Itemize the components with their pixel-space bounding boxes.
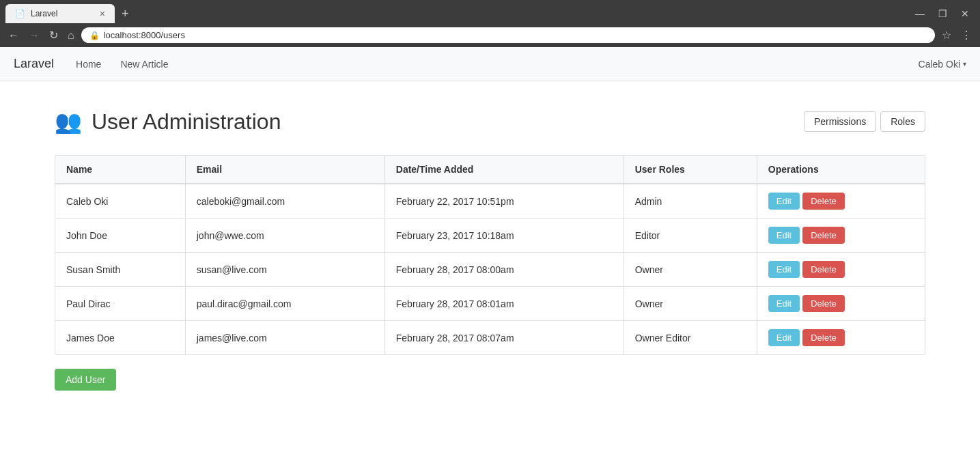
navbar-nav: Home New Article (68, 55, 176, 74)
star-button[interactable]: ☆ (939, 27, 954, 43)
tab-file-icon: 📄 (15, 9, 25, 18)
delete-button[interactable]: Delete (802, 193, 845, 210)
roles-button[interactable]: Roles (880, 111, 925, 132)
username: Caleb Oki (919, 59, 960, 70)
cell-email: susan@live.com (185, 253, 384, 287)
cell-datetime: February 28, 2017 08:01am (384, 287, 624, 321)
cell-email: james@live.com (185, 321, 384, 355)
delete-button[interactable]: Delete (802, 329, 845, 346)
back-button[interactable]: ← (5, 28, 22, 43)
edit-button[interactable]: Edit (768, 193, 800, 210)
cell-operations: EditDelete (757, 287, 925, 321)
col-name: Name (55, 156, 185, 184)
home-button[interactable]: ⌂ (65, 28, 77, 43)
page-header: 👥 User Administration Permissions Roles (55, 109, 925, 135)
cell-operations: EditDelete (757, 253, 925, 287)
new-tab-button[interactable]: + (117, 7, 133, 21)
cell-datetime: February 28, 2017 08:07am (384, 321, 624, 355)
tab-bar: 📄 Laravel × + — ❐ ✕ (0, 0, 980, 23)
cell-name: John Doe (55, 219, 185, 253)
cell-role: Owner (624, 287, 757, 321)
edit-button[interactable]: Edit (768, 329, 800, 346)
forward-button[interactable]: → (26, 28, 42, 43)
cell-operations: EditDelete (757, 184, 925, 219)
browser-chrome: 📄 Laravel × + — ❐ ✕ ← → ↻ ⌂ 🔒 localhost:… (0, 0, 980, 47)
page-title-container: 👥 User Administration (55, 109, 281, 135)
close-button[interactable]: ✕ (955, 7, 975, 20)
browser-controls: ← → ↻ ⌂ 🔒 localhost:8000/users ☆ ⋮ (0, 23, 980, 47)
cell-role: Owner (624, 253, 757, 287)
chevron-down-icon: ▾ (963, 60, 966, 68)
table-row: Caleb Okicaleboki@gmail.comFebruary 22, … (55, 184, 925, 219)
user-menu[interactable]: Caleb Oki ▾ (919, 59, 966, 70)
cell-role: Editor (624, 219, 757, 253)
col-datetime: Date/Time Added (384, 156, 624, 184)
cell-operations: EditDelete (757, 321, 925, 355)
tab-title: Laravel (31, 9, 57, 18)
navbar-brand[interactable]: Laravel (14, 57, 54, 71)
nav-link-new-article[interactable]: New Article (112, 55, 176, 74)
edit-button[interactable]: Edit (768, 295, 800, 312)
address-bar[interactable]: 🔒 localhost:8000/users (81, 27, 935, 43)
maximize-button[interactable]: ❐ (933, 7, 953, 20)
users-icon: 👥 (55, 109, 82, 135)
minimize-button[interactable]: — (910, 7, 930, 20)
cell-email: caleboki@gmail.com (185, 184, 384, 219)
nav-link-home[interactable]: Home (68, 55, 109, 74)
cell-datetime: February 23, 2017 10:18am (384, 219, 624, 253)
edit-button[interactable]: Edit (768, 227, 800, 244)
delete-button[interactable]: Delete (802, 227, 845, 244)
delete-button[interactable]: Delete (802, 295, 845, 312)
main-content: 👥 User Administration Permissions Roles … (0, 81, 980, 418)
edit-button[interactable]: Edit (768, 261, 800, 278)
table-row: James Doejames@live.comFebruary 28, 2017… (55, 321, 925, 355)
cell-role: Admin (624, 184, 757, 219)
permissions-button[interactable]: Permissions (804, 111, 876, 132)
cell-name: James Doe (55, 321, 185, 355)
cell-datetime: February 22, 2017 10:51pm (384, 184, 624, 219)
cell-name: Paul Dirac (55, 287, 185, 321)
cell-email: john@wwe.com (185, 219, 384, 253)
table-row: Susan Smithsusan@live.comFebruary 28, 20… (55, 253, 925, 287)
cell-datetime: February 28, 2017 08:00am (384, 253, 624, 287)
table-row: John Doejohn@wwe.comFebruary 23, 2017 10… (55, 219, 925, 253)
cell-email: paul.dirac@gmail.com (185, 287, 384, 321)
cell-name: Caleb Oki (55, 184, 185, 219)
cell-operations: EditDelete (757, 219, 925, 253)
table-body: Caleb Okicaleboki@gmail.comFebruary 22, … (55, 184, 925, 354)
menu-button[interactable]: ⋮ (958, 27, 975, 43)
header-buttons: Permissions Roles (804, 111, 925, 132)
lock-icon: 🔒 (89, 31, 100, 40)
active-tab[interactable]: 📄 Laravel × (5, 4, 115, 23)
navbar: Laravel Home New Article Caleb Oki ▾ (0, 47, 980, 81)
add-user-button[interactable]: Add User (55, 369, 116, 391)
tab-close-button[interactable]: × (100, 8, 105, 19)
table-header-row: Name Email Date/Time Added User Roles Op… (55, 156, 925, 184)
url-text: localhost:8000/users (104, 30, 927, 40)
delete-button[interactable]: Delete (802, 261, 845, 278)
refresh-button[interactable]: ↻ (46, 27, 61, 43)
table-row: Paul Diracpaul.dirac@gmail.comFebruary 2… (55, 287, 925, 321)
cell-name: Susan Smith (55, 253, 185, 287)
page-title: User Administration (92, 109, 281, 135)
users-table: Name Email Date/Time Added User Roles Op… (55, 156, 925, 354)
col-email: Email (185, 156, 384, 184)
cell-role: Owner Editor (624, 321, 757, 355)
col-role: User Roles (624, 156, 757, 184)
col-operations: Operations (757, 156, 925, 184)
users-table-wrapper: Name Email Date/Time Added User Roles Op… (55, 155, 925, 355)
